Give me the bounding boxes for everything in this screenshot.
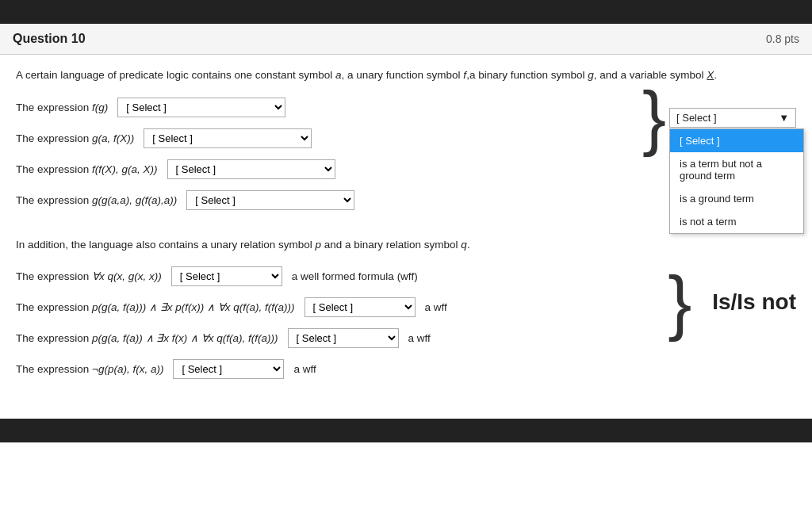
section1-open-dropdown: [ Select ] ▼ [ Select ] is a term but no…: [669, 108, 796, 128]
open-dropdown-menu: [ Select ] is a term but not a ground te…: [669, 128, 804, 234]
intro-text: A certain language of predicate logic co…: [16, 67, 796, 83]
points-label: 0.8 pts: [766, 33, 799, 45]
bottom-bar: [0, 419, 812, 442]
expression-row-2: The expression g(a, f(X)) [ Select ] is …: [16, 128, 628, 148]
wff2-dropdown-container: [ Select ] is is not: [304, 297, 416, 317]
wff-row-4: The expression ¬g(p(a), f(x, a)) [ Selec…: [16, 359, 665, 379]
wff2-select[interactable]: [ Select ] is is not: [304, 297, 416, 317]
unary-relation-symbol: p: [316, 239, 322, 251]
is-not-label: Is/Is not: [712, 289, 796, 315]
wff4-label: The expression ¬g(p(a), f(x, a)): [16, 363, 163, 375]
wff1-dropdown-container: [ Select ] is is not: [171, 266, 282, 286]
wff-row-1: The expression ∀x q(x, g(x, x)) [ Select…: [16, 266, 665, 286]
dropdown-arrow-icon: ▼: [779, 112, 789, 124]
expr1-label: The expression f(g): [16, 101, 108, 113]
wff4-dropdown-container: [ Select ] is is not: [173, 359, 284, 379]
wff1-suffix: a well formed formula (wff): [292, 270, 418, 282]
content-area: A certain language of predicate logic co…: [0, 55, 812, 403]
dropdown-option-select[interactable]: [ Select ]: [670, 129, 803, 152]
left-brace: }: [642, 82, 666, 153]
top-bar: [0, 0, 812, 24]
dropdown-option-term-not-ground[interactable]: is a term but not a ground term: [670, 152, 803, 187]
unary-function-symbol: f: [463, 69, 466, 81]
wff2-suffix: a wff: [425, 301, 447, 313]
wff1-select[interactable]: [ Select ] is is not: [171, 266, 282, 286]
section2-intro: In addition, the language also contains …: [16, 237, 796, 253]
wff4-suffix: a wff: [293, 363, 316, 375]
binary-relation-symbol: q: [461, 239, 467, 251]
expr2-label: The expression g(a, f(X)): [16, 132, 134, 144]
open-dropdown-header[interactable]: [ Select ] ▼: [669, 108, 796, 128]
section2-expressions: The expression ∀x q(x, g(x, x)) [ Select…: [16, 266, 665, 390]
expr4-label: The expression g(g(a,a), g(f(a),a)): [16, 194, 177, 206]
wff3-label: The expression p(g(a, f(a)) ∧ ∃x f(x) ∧ …: [16, 331, 278, 344]
section2-right: } Is/Is not: [668, 266, 796, 338]
dropdown-option-not-term[interactable]: is not a term: [670, 210, 803, 233]
expr4-dropdown-container: [ Select ] is a term but not a ground te…: [186, 190, 354, 210]
open-dropdown-area: [ Select ] ▼ [ Select ] is a term but no…: [669, 108, 796, 128]
wff3-dropdown-container: [ Select ] is is not: [288, 328, 399, 348]
expression-row-3: The expression f(f(X), g(a, X)) [ Select…: [16, 159, 628, 179]
expr4-select[interactable]: [ Select ] is a term but not a ground te…: [186, 190, 354, 210]
section1-right: } [ Select ] ▼ [ Select ] is a term but …: [634, 82, 796, 153]
wff-row-2: The expression p(g(a, f(a))) ∧ ∃x p(f(x)…: [16, 297, 665, 317]
wff2-label: The expression p(g(a, f(a))) ∧ ∃x p(f(x)…: [16, 301, 295, 313]
expr1-dropdown-container: [ Select ] is a term but not a ground te…: [117, 98, 285, 117]
expr2-dropdown-container: [ Select ] is a term but not a ground te…: [144, 128, 312, 148]
expr1-select[interactable]: [ Select ] is a term but not a ground te…: [117, 98, 285, 117]
header: Question 10 0.8 pts: [0, 24, 812, 55]
wff4-select[interactable]: [ Select ] is is not: [173, 359, 284, 379]
wff1-label: The expression ∀x q(x, g(x, x)): [16, 270, 162, 282]
wff3-suffix: a wff: [408, 332, 431, 344]
expr3-label: The expression f(f(X), g(a, X)): [16, 163, 158, 175]
dropdown-option-ground-term[interactable]: is a ground term: [670, 187, 803, 210]
variable-symbol: X: [707, 69, 714, 81]
expression-row-1: The expression f(g) [ Select ] is a term…: [16, 98, 628, 117]
wff-row-3: The expression p(g(a, f(a)) ∧ ∃x f(x) ∧ …: [16, 328, 665, 348]
section1-expressions: The expression f(g) [ Select ] is a term…: [16, 98, 628, 221]
open-dropdown-selected-label: [ Select ]: [676, 112, 717, 124]
section2-layout: The expression ∀x q(x, g(x, x)) [ Select…: [16, 266, 796, 390]
wff3-select[interactable]: [ Select ] is is not: [288, 328, 399, 348]
binary-function-symbol: g: [588, 69, 594, 81]
section1-layout: The expression f(g) [ Select ] is a term…: [16, 98, 796, 221]
expr3-select[interactable]: [ Select ] is a term but not a ground te…: [167, 159, 335, 179]
expression-row-4: The expression g(g(a,a), g(f(a),a)) [ Se…: [16, 190, 628, 210]
expr2-select[interactable]: [ Select ] is a term but not a ground te…: [144, 128, 312, 148]
expr3-dropdown-container: [ Select ] is a term but not a ground te…: [167, 159, 335, 179]
right-brace: }: [668, 266, 691, 338]
constant-symbol: a: [335, 69, 342, 81]
page-title: Question 10: [13, 32, 86, 46]
